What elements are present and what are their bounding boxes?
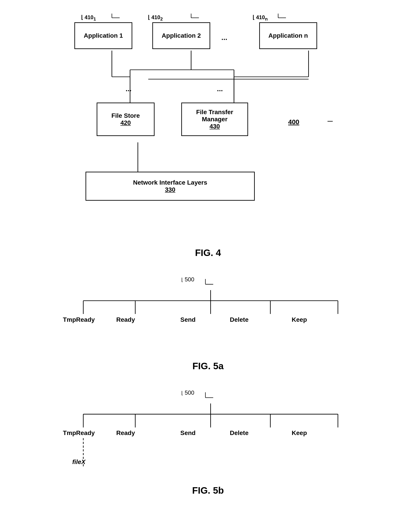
fig4-label: FIG. 4 xyxy=(9,247,407,258)
node-delete-5a: Delete xyxy=(221,316,257,323)
fig4-diagram: ⌊ 4101 ⌊ 4102 ⌊ 410n Application 1 Appli… xyxy=(52,9,364,243)
node-delete-5b: Delete xyxy=(221,429,257,437)
fig5a-connectors xyxy=(52,272,364,356)
node-filex: fileX xyxy=(61,458,97,465)
ref-500-5a: ⌊ 500 xyxy=(181,276,194,283)
box-application-2: Application 2 xyxy=(152,22,210,49)
fig5a-label: FIG. 5a xyxy=(9,361,407,372)
node-send-5b: Send xyxy=(170,429,206,437)
ref-410-1: ⌊ 4101 xyxy=(81,14,96,22)
box-application-1: Application 1 xyxy=(74,22,132,49)
node-ready-5b: Ready xyxy=(108,429,143,437)
page: ⌊ 4101 ⌊ 4102 ⌊ 410n Application 1 Appli… xyxy=(0,0,416,532)
dots-between-apps: ... xyxy=(221,33,227,42)
dots-above-filestore: ... xyxy=(126,85,132,93)
box-application-n: Application n xyxy=(259,22,317,49)
fig5b-diagram: ⌊ 500 TmpReady Ready Send Delete Keep fi… xyxy=(52,385,364,481)
ref-410-2: ⌊ 4102 xyxy=(148,14,163,22)
node-tmpready-5a: TmpReady xyxy=(57,316,101,323)
node-send-5a: Send xyxy=(170,316,206,323)
dots-above-ftm: ... xyxy=(217,85,223,93)
ref-410-n: ⌊ 410n xyxy=(253,14,268,22)
fig5b-label: FIG. 5b xyxy=(9,485,407,496)
node-keep-5b: Keep xyxy=(282,429,317,437)
node-keep-5a: Keep xyxy=(282,316,317,323)
ref-500-5b: ⌊ 500 xyxy=(181,389,194,396)
ref-400: 400 xyxy=(288,118,299,126)
fig5a-diagram: ⌊ 500 TmpReady Ready Send Delete Keep xyxy=(52,272,364,356)
node-tmpready-5b: TmpReady xyxy=(57,429,101,437)
box-network-interface-layers: Network Interface Layers 330 xyxy=(85,172,255,201)
box-filestore: File Store 420 xyxy=(97,103,155,136)
node-ready-5a: Ready xyxy=(108,316,143,323)
box-file-transfer-manager: File Transfer Manager 430 xyxy=(181,103,248,136)
